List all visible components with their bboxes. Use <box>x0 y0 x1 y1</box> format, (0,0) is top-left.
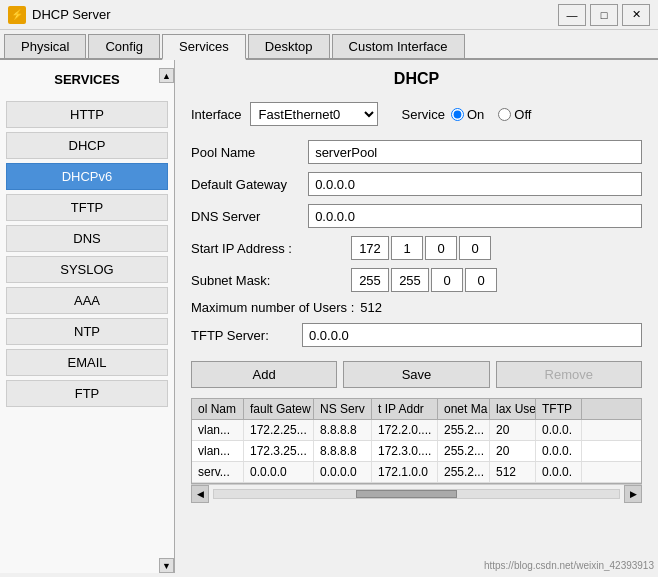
tab-desktop[interactable]: Desktop <box>248 34 330 58</box>
default-gateway-input[interactable] <box>308 172 642 196</box>
subnet-octet3[interactable] <box>431 268 463 292</box>
minimize-button[interactable]: — <box>558 4 586 26</box>
scroll-right-arrow[interactable]: ▶ <box>624 485 642 503</box>
sidebar-item-aaa[interactable]: AAA <box>6 287 168 314</box>
col-start-ip: t IP Addr <box>372 399 438 419</box>
row1-pool: vlan... <box>192 420 244 440</box>
interface-service-row: Interface FastEthernet0 GigabitEthernet0… <box>191 102 642 126</box>
sidebar-item-tftp[interactable]: TFTP <box>6 194 168 221</box>
max-users-row: Maximum number of Users : 512 <box>191 300 642 315</box>
content-area: DHCP Interface FastEthernet0 GigabitEthe… <box>175 60 658 573</box>
row2-pool: vlan... <box>192 441 244 461</box>
row2-ip: 172.3.0.... <box>372 441 438 461</box>
tab-config[interactable]: Config <box>88 34 160 58</box>
sidebar-header: SERVICES <box>6 68 168 91</box>
pool-name-label: Pool Name <box>191 145 308 160</box>
row2-maxusers: 20 <box>490 441 536 461</box>
col-max-users: lax Use <box>490 399 536 419</box>
pool-name-row: Pool Name <box>191 140 642 164</box>
tftp-server-row: TFTP Server: <box>191 323 642 347</box>
sidebar: SERVICES HTTP DHCP DHCPv6 TFTP DNS SYSLO… <box>0 60 175 573</box>
scroll-track[interactable] <box>213 489 620 499</box>
tab-physical[interactable]: Physical <box>4 34 86 58</box>
subnet-octet1[interactable] <box>351 268 389 292</box>
row1-subnet: 255.2... <box>438 420 490 440</box>
row2-gateway: 172.3.25... <box>244 441 314 461</box>
interface-label: Interface <box>191 107 242 122</box>
col-default-gateway: fault Gatew <box>244 399 314 419</box>
scroll-thumb[interactable] <box>356 490 457 498</box>
table-row[interactable]: serv... 0.0.0.0 0.0.0.0 172.1.0.0 255.2.… <box>192 462 641 483</box>
action-buttons: Add Save Remove <box>191 361 642 388</box>
service-on-label: On <box>467 107 484 122</box>
subnet-mask-group <box>351 268 497 292</box>
tftp-server-input[interactable] <box>302 323 642 347</box>
horizontal-scrollbar[interactable]: ◀ ▶ <box>191 484 642 502</box>
sidebar-item-ntp[interactable]: NTP <box>6 318 168 345</box>
maximize-button[interactable]: □ <box>590 4 618 26</box>
dhcp-table: ol Nam fault Gatew NS Serv t IP Addr one… <box>191 398 642 484</box>
service-on-radio[interactable]: On <box>451 107 484 122</box>
dns-server-input[interactable] <box>308 204 642 228</box>
row1-dns: 8.8.8.8 <box>314 420 372 440</box>
start-ip-octet4[interactable] <box>459 236 491 260</box>
subnet-mask-row: Subnet Mask: <box>191 268 642 292</box>
service-group: Service On Off <box>402 107 532 122</box>
start-ip-row: Start IP Address : <box>191 236 642 260</box>
table-row[interactable]: vlan... 172.3.25... 8.8.8.8 172.3.0.... … <box>192 441 641 462</box>
content-title: DHCP <box>191 70 642 88</box>
start-ip-octet2[interactable] <box>391 236 423 260</box>
service-on-input[interactable] <box>451 108 464 121</box>
close-button[interactable]: ✕ <box>622 4 650 26</box>
interface-select[interactable]: FastEthernet0 GigabitEthernet0 <box>250 102 378 126</box>
row1-maxusers: 20 <box>490 420 536 440</box>
scroll-left-arrow[interactable]: ◀ <box>191 485 209 503</box>
tab-services[interactable]: Services <box>162 34 246 60</box>
row3-subnet: 255.2... <box>438 462 490 482</box>
subnet-octet4[interactable] <box>465 268 497 292</box>
default-gateway-row: Default Gateway <box>191 172 642 196</box>
row3-maxusers: 512 <box>490 462 536 482</box>
start-ip-label: Start IP Address : <box>191 241 351 256</box>
remove-button[interactable]: Remove <box>496 361 642 388</box>
sidebar-item-dhcpv6[interactable]: DHCPv6 <box>6 163 168 190</box>
sidebar-scroll-up[interactable]: ▲ <box>159 68 174 83</box>
default-gateway-label: Default Gateway <box>191 177 308 192</box>
app-icon: ⚡ <box>8 6 26 24</box>
dns-server-label: DNS Server <box>191 209 308 224</box>
save-button[interactable]: Save <box>343 361 489 388</box>
title-bar: ⚡ DHCP Server — □ ✕ <box>0 0 658 30</box>
row3-tftp: 0.0.0. <box>536 462 582 482</box>
service-off-input[interactable] <box>498 108 511 121</box>
sidebar-item-ftp[interactable]: FTP <box>6 380 168 407</box>
add-button[interactable]: Add <box>191 361 337 388</box>
row1-tftp: 0.0.0. <box>536 420 582 440</box>
subnet-octet2[interactable] <box>391 268 429 292</box>
window-title: DHCP Server <box>32 7 558 22</box>
row1-ip: 172.2.0.... <box>372 420 438 440</box>
tab-custom-interface[interactable]: Custom Interface <box>332 34 465 58</box>
top-tab-bar: Physical Config Services Desktop Custom … <box>0 30 658 60</box>
sidebar-item-http[interactable]: HTTP <box>6 101 168 128</box>
row2-tftp: 0.0.0. <box>536 441 582 461</box>
sidebar-item-syslog[interactable]: SYSLOG <box>6 256 168 283</box>
start-ip-octet3[interactable] <box>425 236 457 260</box>
pool-name-input[interactable] <box>308 140 642 164</box>
service-off-label: Off <box>514 107 531 122</box>
start-ip-octet1[interactable] <box>351 236 389 260</box>
row1-gateway: 172.2.25... <box>244 420 314 440</box>
sidebar-scroll-down[interactable]: ▼ <box>159 558 174 573</box>
tftp-server-label: TFTP Server: <box>191 328 302 343</box>
row3-pool: serv... <box>192 462 244 482</box>
sidebar-item-dns[interactable]: DNS <box>6 225 168 252</box>
col-tftp: TFTP <box>536 399 582 419</box>
row3-dns: 0.0.0.0 <box>314 462 372 482</box>
max-users-label: Maximum number of Users : <box>191 300 354 315</box>
sidebar-item-dhcp[interactable]: DHCP <box>6 132 168 159</box>
sidebar-item-email[interactable]: EMAIL <box>6 349 168 376</box>
service-off-radio[interactable]: Off <box>498 107 531 122</box>
main-area: SERVICES HTTP DHCP DHCPv6 TFTP DNS SYSLO… <box>0 60 658 573</box>
window-controls: — □ ✕ <box>558 4 650 26</box>
table-row[interactable]: vlan... 172.2.25... 8.8.8.8 172.2.0.... … <box>192 420 641 441</box>
col-subnet: onet Ma <box>438 399 490 419</box>
